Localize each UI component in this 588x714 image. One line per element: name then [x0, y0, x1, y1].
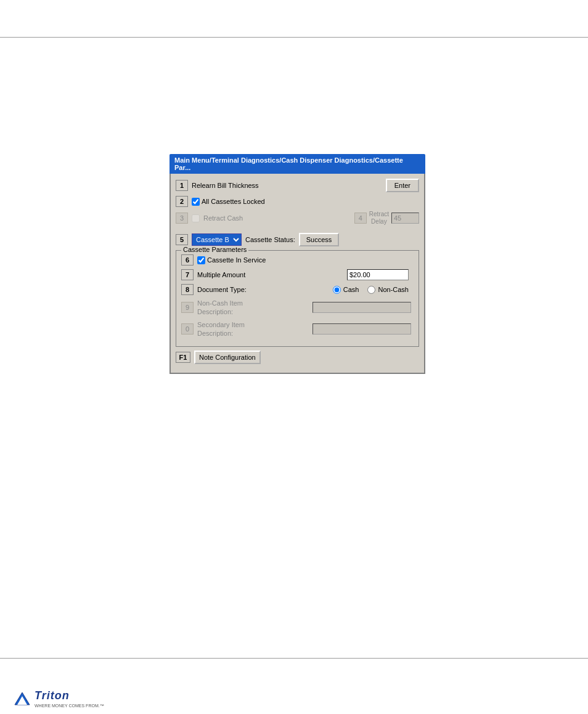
cassette-parameters-group: Cassette Parameters 6 Cassette In Servic… [176, 250, 419, 347]
all-cassettes-locked-wrap: All Cassettes Locked [192, 198, 265, 206]
cash-radio[interactable] [333, 286, 341, 294]
row-3-4: 3 Retract Cash 4 Retract Delay [176, 211, 419, 225]
row-0-num: 0 [181, 323, 194, 335]
row-9-num: 9 [181, 302, 194, 313]
row-5: 5 Cassette A Cassette B Cassette C Casse… [176, 233, 419, 246]
triton-tagline: WHERE MONEY COMES FROM.™ [35, 704, 104, 708]
row-9: 9 Non-Cash Item Description: [181, 299, 414, 317]
cash-radio-label: Cash [343, 286, 359, 293]
non-cash-radio[interactable] [367, 286, 375, 294]
note-configuration-button[interactable]: Note Configuration [194, 351, 261, 364]
cassette-parameters-title: Cassette Parameters [181, 246, 248, 253]
row-0: 0 Secondary Item Description: [181, 320, 414, 338]
enter-button[interactable]: Enter [386, 179, 419, 192]
row-3-num: 3 [176, 213, 188, 224]
secondary-item-label: Secondary Item Description: [197, 320, 245, 338]
dialog-title-bar: Main Menu/Terminal Diagnostics/Cash Disp… [169, 154, 425, 174]
row-f1-num: F1 [176, 352, 190, 363]
row-8-num: 8 [181, 284, 194, 295]
multiple-amount-label: Multiple Amount [197, 271, 245, 278]
row-4-num: 4 [354, 213, 367, 224]
multiple-amount-input[interactable] [347, 269, 409, 280]
retract-cash-checkbox [192, 214, 200, 222]
triton-logo-text: Triton [35, 689, 104, 702]
row-f1: F1 Note Configuration [176, 351, 419, 364]
retract-delay-input [391, 213, 419, 224]
secondary-item-input [312, 323, 411, 335]
row-2: 2 All Cassettes Locked [176, 196, 419, 207]
row-8: 8 Document Type: Cash Non-Cash [181, 284, 414, 295]
row-5-num: 5 [176, 234, 188, 245]
row-6-num: 6 [181, 254, 194, 266]
triton-logo: Triton WHERE MONEY COMES FROM.™ [12, 689, 104, 708]
cassette-in-service-checkbox[interactable] [197, 256, 205, 264]
cassette-select[interactable]: Cassette A Cassette B Cassette C Cassett… [192, 233, 242, 246]
retract-cash-label: Retract Cash [203, 214, 243, 222]
cassette-parameters-dialog: Main Menu/Terminal Diagnostics/Cash Disp… [169, 154, 425, 374]
cassette-status-label: Cassette Status: [245, 236, 295, 243]
row-6: 6 Cassette In Service [181, 254, 414, 266]
document-type-label: Document Type: [197, 286, 247, 293]
dialog-title: Main Menu/Terminal Diagnostics/Cash Disp… [174, 156, 403, 171]
top-rule [0, 37, 588, 38]
document-type-radios: Cash Non-Cash [333, 286, 409, 294]
row-2-num: 2 [176, 196, 188, 207]
row-7-num: 7 [181, 269, 194, 280]
cassette-in-service-wrap: Cassette In Service [197, 256, 266, 264]
retract-delay-label: Retract Delay [369, 211, 389, 225]
row-7: 7 Multiple Amount [181, 269, 414, 280]
all-cassettes-locked-label: All Cassettes Locked [202, 198, 265, 205]
cassette-status-button: Success [299, 233, 340, 246]
non-cash-item-label: Non-Cash Item Description: [197, 299, 243, 317]
dialog-body: 1 Relearn Bill Thickness Enter 2 All Cas… [169, 174, 425, 374]
row-1-num: 1 [176, 180, 188, 191]
non-cash-item-input [312, 302, 411, 313]
footer: Triton WHERE MONEY COMES FROM.™ [12, 689, 104, 708]
all-cassettes-locked-checkbox[interactable] [192, 198, 200, 206]
cassette-in-service-label: Cassette In Service [207, 256, 266, 264]
non-cash-radio-label: Non-Cash [378, 286, 409, 293]
retract-delay-group: 4 Retract Delay [354, 211, 419, 225]
relearn-bill-thickness-label: Relearn Bill Thickness [192, 182, 259, 189]
triton-logo-icon [12, 690, 32, 707]
row-1: 1 Relearn Bill Thickness Enter [176, 179, 419, 192]
bottom-rule [0, 658, 588, 659]
